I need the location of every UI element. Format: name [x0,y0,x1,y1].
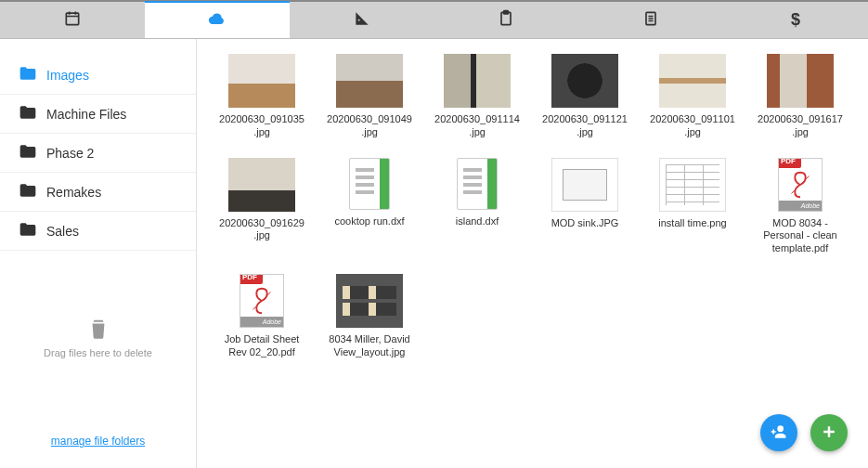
file-thumbnail [659,158,726,212]
file-item[interactable]: 20200630_091617.jpg [758,54,843,139]
file-name: install time.png [650,217,735,230]
file-name: 20200630_091035.jpg [219,113,304,139]
file-name: Job Detail Sheet Rev 02_20.pdf [219,333,304,359]
delete-drop-zone[interactable]: Drag files here to delete [0,316,196,358]
drop-label: Drag files here to delete [44,347,152,358]
pdf-badge: PDF [778,158,801,168]
file-thumbnail [457,158,498,210]
file-name: 20200630_091101.jpg [650,113,735,139]
tab-calendar[interactable] [0,2,145,38]
sidebar-item-remakes[interactable]: Remakes [0,173,196,212]
file-item[interactable]: install time.png [650,158,735,255]
manage-folders-link-row: manage file folders [0,418,196,468]
sidebar-item-sales[interactable]: Sales [0,212,196,251]
pdf-badge: PDF [240,274,263,284]
folder-icon [19,143,37,162]
sidebar-item-images[interactable]: Images [0,56,196,95]
sidebar: Images Machine Files Phase 2 Remakes Sal… [0,39,197,468]
tab-clipboard[interactable] [434,2,578,38]
sidebar-item-label: Sales [46,224,79,239]
file-name: cooktop run.dxf [327,215,412,228]
tab-cloud[interactable] [145,1,290,38]
file-name: MOD 8034 - Personal - clean template.pdf [758,217,843,255]
file-grid-panel: 20200630_091035.jpg20200630_091049.jpg20… [197,39,868,468]
folder-icon [19,65,37,84]
document-icon [641,9,660,31]
file-name: 20200630_091121.jpg [542,113,628,139]
file-thumbnail [336,54,403,108]
file-grid: 20200630_091035.jpg20200630_091049.jpg20… [219,54,857,358]
file-item[interactable]: PDFAdobeJob Detail Sheet Rev 02_20.pdf [219,274,304,359]
folder-icon [19,182,37,202]
file-item[interactable]: cooktop run.dxf [327,158,412,255]
pdf-swirl-icon [244,283,279,318]
share-button[interactable] [760,414,797,451]
file-name: 8034 Miller, David View_layout.jpg [327,333,412,359]
folder-list: Images Machine Files Phase 2 Remakes Sal… [0,56,196,251]
file-thumbnail [228,54,295,108]
file-thumbnail: PDFAdobe [240,274,284,328]
file-thumbnail [336,274,403,328]
tab-document[interactable] [578,2,723,38]
svg-point-4 [777,425,784,432]
file-item[interactable]: 20200630_091049.jpg [327,54,412,139]
file-item[interactable]: island.dxf [434,158,520,255]
file-thumbnail [444,54,511,108]
trash-icon [0,316,196,342]
person-add-icon [770,422,788,444]
file-thumbnail [767,54,834,108]
file-name: island.dxf [434,215,520,228]
sidebar-item-phase-2[interactable]: Phase 2 [0,134,196,173]
adobe-label: Adobe [779,201,822,211]
file-thumbnail [228,158,295,212]
file-name: MOD sink.JPG [542,217,628,230]
file-name: 20200630_091617.jpg [758,113,843,139]
sidebar-item-machine-files[interactable]: Machine Files [0,95,196,134]
file-item[interactable]: 8034 Miller, David View_layout.jpg [327,274,412,359]
folder-icon [19,104,37,124]
adobe-label: Adobe [240,317,283,327]
plus-icon [820,422,838,444]
fab-row [760,414,848,451]
file-item[interactable]: 20200630_091101.jpg [650,54,735,139]
add-button[interactable] [810,414,848,451]
cloud-icon [208,10,227,32]
tab-pricing[interactable]: $ [723,2,868,38]
svg-rect-2 [504,11,509,14]
clipboard-icon [497,9,515,31]
sidebar-item-label: Phase 2 [46,146,94,161]
file-item[interactable]: PDFAdobeMOD 8034 - Personal - clean temp… [758,158,843,255]
svg-rect-0 [66,13,78,25]
ruler-icon [353,9,371,31]
file-thumbnail [551,54,618,108]
dollar-icon: $ [791,10,800,30]
calendar-icon [63,9,82,31]
top-tabs: $ [0,2,868,39]
file-name: 20200630_091114.jpg [434,113,520,139]
manage-folders-link[interactable]: manage file folders [51,435,145,448]
file-item[interactable]: 20200630_091629.jpg [219,158,304,255]
file-name: 20200630_091629.jpg [219,217,304,243]
sidebar-item-label: Remakes [46,185,101,200]
file-thumbnail: PDFAdobe [778,158,823,212]
pdf-swirl-icon [783,167,818,202]
file-thumbnail [551,158,618,212]
tab-measure[interactable] [290,2,434,38]
sidebar-item-label: Machine Files [46,107,126,122]
file-item[interactable]: 20200630_091114.jpg [434,54,520,139]
file-item[interactable]: 20200630_091035.jpg [219,54,304,139]
folder-icon [19,221,37,240]
file-thumbnail [349,158,390,210]
sidebar-item-label: Images [46,68,89,83]
file-item[interactable]: MOD sink.JPG [542,158,628,255]
file-thumbnail [659,54,726,108]
file-item[interactable]: 20200630_091121.jpg [542,54,628,139]
file-name: 20200630_091049.jpg [327,113,412,139]
